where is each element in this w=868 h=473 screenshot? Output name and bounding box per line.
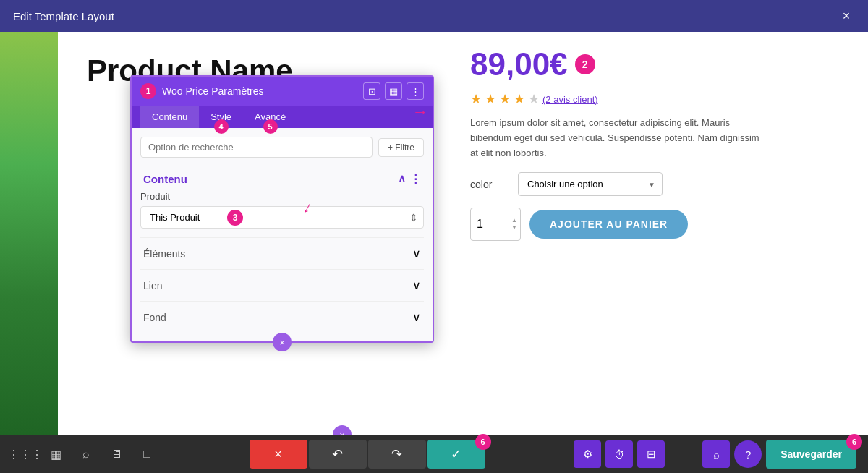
widget-badge-1: 1 [140,83,156,99]
add-to-cart-row: 1 ▲ ▼ AJOUTER AU PANIER [470,208,839,241]
product-price: 89,00€ 2 [470,46,839,82]
toolbar-search-right-button[interactable]: ⌕ [702,440,730,468]
section-contenu-label: Contenu [143,173,187,185]
tab-style[interactable]: Style 4 [199,106,243,128]
title-bar: Edit Template Layout × [0,0,868,32]
produit-select-row: This Produit ⇕ 3 [140,206,424,229]
main-content-area: Product Name 89,00€ 2 ★ ★ ★ ★ ★ (2 avis … [0,32,868,473]
tab-contenu[interactable]: Contenu [140,106,199,128]
color-select-wrap: Choisir une option [518,172,663,196]
quantity-input-wrap: 1 ▲ ▼ [470,208,521,241]
fond-section[interactable]: Fond ∨ [140,301,424,333]
toolbar-right: ⚙ ⏱ ⊟ ⌕ ? Sauvegarder 6 [574,440,856,469]
widget-body: + Filtre Contenu ∧ ⋮ Produit [132,128,433,341]
widget-columns-button[interactable]: ▦ [385,82,402,100]
toolbar-undo-button[interactable]: ↶ [309,440,367,469]
star-2: ★ [485,91,496,107]
lien-chevron: ∨ [412,278,421,292]
tab-badge-4: 4 [214,119,229,134]
widget-close-bottom[interactable]: × [273,333,292,351]
search-input[interactable] [140,137,373,158]
confirm-icon: ✓ [451,446,461,462]
produit-field: Produit This Produit ⇕ 3 [140,191,424,229]
elements-label: Éléments [143,248,185,260]
add-to-cart-button[interactable]: AJOUTER AU PANIER [529,210,688,239]
quantity-value: 1 [477,218,483,231]
filter-button[interactable]: + Filtre [378,138,424,157]
fond-chevron: ∨ [412,310,421,324]
toolbar-confirm-button[interactable]: ✓ 6 [427,440,485,469]
toolbar-cancel-button[interactable]: × [250,440,307,469]
section-more-icon[interactable]: ⋮ [410,172,421,185]
toolbar-layout-icon[interactable]: □ [133,440,161,468]
star-4: ★ [514,91,525,107]
fond-label: Fond [143,312,166,323]
widget-focus-button[interactable]: ⊡ [363,82,380,100]
produit-badge-3: 3 [227,210,243,226]
widget-panel: 1 Woo Price Paramètres ⊡ ▦ ⋮ Contenu Sty… [130,75,434,343]
toolbar-bars-button[interactable]: ⊟ [637,440,665,468]
widget-title: Woo Price Paramètres [162,85,357,97]
rating-row: ★ ★ ★ ★ ★ (2 avis client) [470,91,839,107]
toolbar-redo-button[interactable]: ↷ [368,440,426,469]
save-button[interactable]: Sauvegarder 6 [766,440,856,469]
section-contenu-header: Contenu ∧ ⋮ [140,166,424,191]
redo-icon: ↷ [391,446,402,462]
qty-controls: ▲ ▼ [511,218,517,231]
toolbar-search-icon[interactable]: ⌕ [72,440,100,468]
cancel-icon: × [274,447,282,462]
lien-section[interactable]: Lien ∨ [140,269,424,301]
color-option-row: color Choisir une option [470,172,839,196]
tab-badge-5: 5 [263,119,278,134]
lien-label: Lien [143,280,162,291]
toolbar-menu-icon[interactable]: ⋮⋮⋮ [12,440,39,468]
widget-tabs: Contenu Style 4 Avancé 5 [132,106,433,128]
reviews-text[interactable]: (2 avis client) [542,94,598,105]
toolbar-grid-icon[interactable]: ▦ [42,440,69,468]
toolbar-help-button[interactable]: ? [734,440,762,468]
qty-down-button[interactable]: ▼ [511,224,517,231]
widget-header: 1 Woo Price Paramètres ⊡ ▦ ⋮ [132,77,433,106]
undo-icon: ↶ [332,446,343,462]
star-1: ★ [470,91,482,107]
collapse-icon[interactable]: ∧ [398,172,406,185]
widget-header-icons: ⊡ ▦ ⋮ [363,82,424,100]
bottom-toolbar: ⋮⋮⋮ ▦ ⌕ 🖥 □ × ↶ ↷ ✓ 6 ⚙ ⏱ ⊟ [0,435,868,473]
elements-section[interactable]: Éléments ∨ [140,237,424,269]
color-label: color [470,179,506,190]
price-badge-2: 2 [575,54,595,74]
section-header-icons: ∧ ⋮ [398,172,421,185]
star-3: ★ [499,91,511,107]
toolbar-center: × ↶ ↷ ✓ 6 [250,440,485,469]
search-row: + Filtre [140,137,424,158]
toolbar-clock-button[interactable]: ⏱ [605,440,633,468]
confirm-badge-6: 6 [475,434,491,450]
content-panel: Product Name 89,00€ 2 ★ ★ ★ ★ ★ (2 avis … [58,32,868,473]
product-detail: 89,00€ 2 ★ ★ ★ ★ ★ (2 avis client) Lorem… [441,32,839,473]
toolbar-left: ⋮⋮⋮ ▦ ⌕ 🖥 □ [12,440,161,468]
produit-label: Produit [140,191,424,202]
toolbar-gear-button[interactable]: ⚙ [574,440,601,468]
close-modal-button[interactable]: × [838,7,855,25]
toolbar-display-icon[interactable]: 🖥 [103,440,130,468]
modal-title: Edit Template Layout [13,10,114,22]
color-select[interactable]: Choisir une option [518,172,663,196]
elements-chevron: ∨ [412,247,421,260]
modal-window: Edit Template Layout × Product Name 89,0… [0,0,868,473]
tab-avance[interactable]: Avancé 5 [243,106,297,128]
produit-select[interactable]: This Produit [140,206,424,229]
star-5-half: ★ [528,91,540,107]
save-badge-6: 6 [846,434,862,450]
qty-up-button[interactable]: ▲ [511,218,517,225]
widget-more-button[interactable]: ⋮ [407,82,424,100]
product-description: Lorem ipsum dolor sit amet, consectetur … [470,116,760,161]
